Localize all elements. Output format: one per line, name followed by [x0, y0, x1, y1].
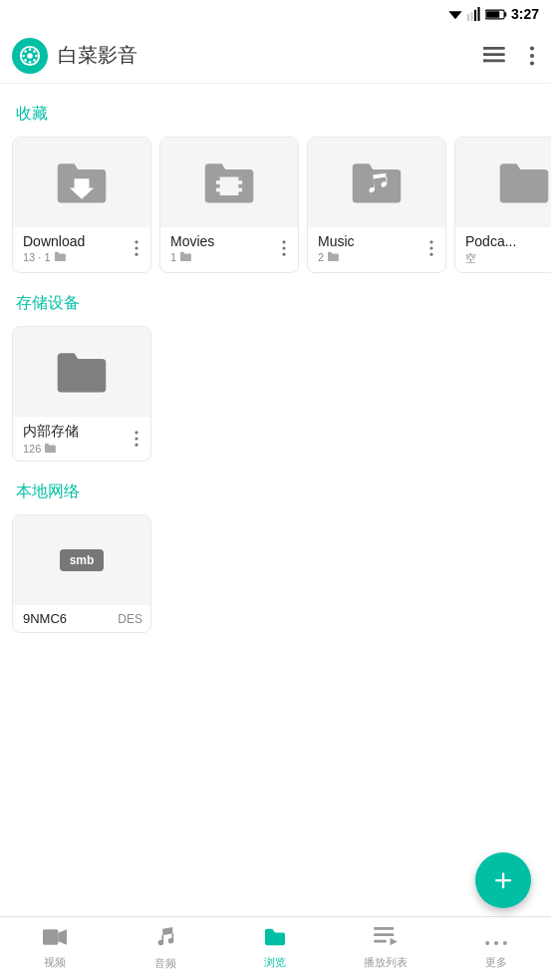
folder-more-internal[interactable] — [131, 429, 142, 449]
folder-more-movies[interactable] — [278, 238, 290, 258]
svg-marker-58 — [391, 938, 398, 945]
svg-point-17 — [33, 50, 36, 53]
svg-point-39 — [282, 253, 285, 256]
more-icon-download — [135, 240, 138, 256]
add-fab-icon: + — [494, 862, 513, 899]
folder-small-icon — [54, 251, 66, 261]
folder-card-internal[interactable]: 内部存储 126 — [12, 326, 151, 462]
internal-folder-icon — [54, 344, 110, 400]
storage-folder-row: 内部存储 126 — [0, 322, 551, 470]
favorites-folder-row: Download 13 · 1 — [0, 133, 551, 281]
wifi-icon — [447, 7, 463, 21]
svg-marker-0 — [448, 11, 461, 19]
svg-point-27 — [135, 240, 138, 243]
folder-meta-internal: 126 — [23, 443, 131, 455]
svg-rect-34 — [238, 176, 242, 180]
podcasts-folder-icon — [496, 155, 551, 210]
svg-rect-19 — [483, 53, 505, 56]
folder-icon-area-internal — [13, 327, 150, 417]
playlist-icon — [374, 927, 398, 947]
svg-rect-3 — [474, 10, 476, 21]
bottom-nav: 视频 音频 浏览 — [0, 916, 551, 980]
nav-item-more[interactable]: 更多 — [440, 917, 551, 980]
more-options-button[interactable] — [525, 42, 539, 70]
svg-point-48 — [135, 444, 138, 447]
folder-more-music[interactable] — [425, 238, 437, 258]
playlist-nav-icon — [374, 927, 398, 953]
svg-rect-7 — [486, 11, 499, 18]
svg-point-38 — [282, 246, 285, 249]
svg-rect-4 — [477, 7, 479, 21]
svg-rect-35 — [238, 184, 242, 188]
app-title: 白菜影音 — [58, 42, 479, 69]
nav-item-audio[interactable]: 音频 — [111, 917, 221, 980]
nav-label-audio: 音频 — [154, 956, 176, 971]
network-row: smb 9NMC6 DES — [0, 510, 551, 641]
app-logo-icon — [19, 45, 41, 67]
folder-card-text-internal: 内部存储 126 — [23, 423, 131, 455]
svg-rect-1 — [467, 14, 469, 21]
smb-badge: smb — [60, 549, 105, 571]
more-options-icon — [529, 46, 535, 66]
svg-point-29 — [135, 253, 138, 256]
folder-small-icon-music — [327, 251, 339, 261]
add-fab-button[interactable]: + — [475, 852, 531, 908]
folder-card-music[interactable]: Music 2 — [307, 137, 446, 273]
browse-nav-icon — [263, 927, 287, 953]
folder-icon-area-podcasts — [455, 138, 551, 227]
svg-point-61 — [502, 941, 506, 945]
folder-name-music: Music — [318, 233, 425, 249]
svg-rect-56 — [374, 933, 394, 936]
folder-card-info-music: Music 2 — [308, 227, 445, 269]
folder-meta-music: 2 — [318, 251, 425, 263]
folder-small-icon-internal — [44, 443, 56, 453]
folder-name-podcasts: Podca... — [465, 233, 551, 249]
svg-point-11 — [29, 61, 32, 64]
list-view-button[interactable] — [479, 43, 509, 69]
svg-point-60 — [494, 941, 498, 945]
folder-icon-area-music — [308, 138, 445, 227]
svg-rect-31 — [216, 176, 220, 180]
favorites-heading: 收藏 — [0, 92, 551, 133]
svg-point-16 — [24, 59, 27, 62]
nav-item-browse[interactable]: 浏览 — [220, 917, 331, 980]
folder-card-movies[interactable]: Movies 1 — [159, 137, 299, 273]
svg-point-15 — [33, 59, 36, 62]
folder-name-internal: 内部存储 — [23, 423, 131, 441]
more-icon-internal — [135, 431, 138, 447]
svg-point-12 — [22, 54, 25, 57]
folder-more-download[interactable] — [131, 238, 142, 258]
svg-rect-32 — [216, 184, 220, 188]
folder-card-text-download: Download 13 · 1 — [23, 233, 131, 263]
svg-marker-50 — [59, 929, 68, 944]
folder-name-movies: Movies — [170, 233, 278, 249]
svg-point-41 — [429, 246, 432, 249]
svg-rect-55 — [374, 927, 394, 930]
nav-item-playlist[interactable]: 播放列表 — [331, 917, 441, 980]
nav-item-video[interactable]: 视频 — [0, 917, 111, 980]
svg-rect-57 — [374, 940, 387, 943]
nav-label-video: 视频 — [44, 955, 66, 970]
status-bar: 3:27 — [0, 0, 551, 28]
svg-rect-20 — [483, 59, 505, 62]
svg-point-46 — [135, 431, 138, 434]
svg-point-37 — [282, 240, 285, 243]
svg-rect-23 — [483, 59, 486, 62]
svg-rect-22 — [483, 53, 486, 56]
folder-icon-area-movies — [160, 138, 298, 227]
folder-meta-podcasts: 空 — [465, 251, 551, 266]
svg-point-59 — [485, 941, 489, 945]
battery-icon — [485, 8, 507, 21]
storage-heading: 存储设备 — [0, 281, 551, 322]
smb-info: 9NMC6 DES — [13, 605, 150, 632]
audio-nav-icon — [154, 926, 176, 954]
folder-card-text-music: Music 2 — [318, 233, 425, 263]
app-bar: 白菜影音 — [0, 28, 551, 84]
folder-card-download[interactable]: Download 13 · 1 — [12, 137, 151, 273]
more-nav-icon — [484, 927, 508, 953]
video-nav-icon — [43, 927, 67, 953]
svg-point-42 — [429, 253, 432, 256]
smb-card-9nmc6[interactable]: smb 9NMC6 DES — [12, 514, 151, 633]
music-folder-icon — [349, 155, 405, 210]
folder-card-podcasts[interactable]: Podca... 空 — [454, 137, 551, 273]
